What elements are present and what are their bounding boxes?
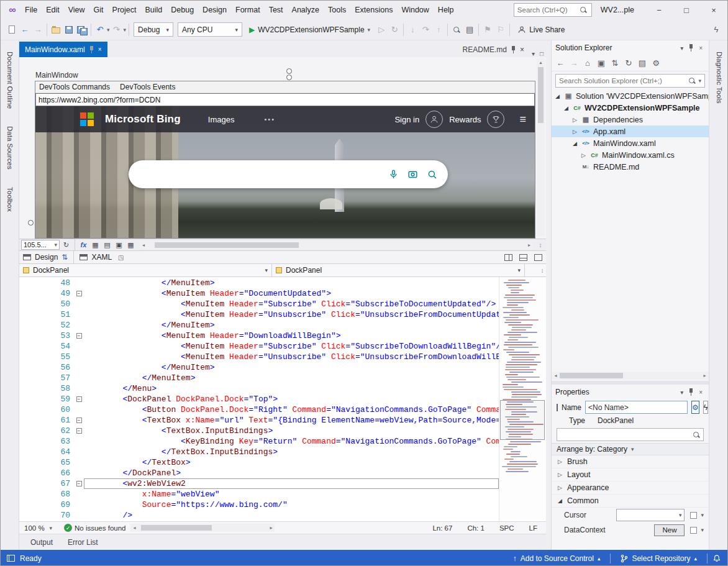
collapsed-arrow-icon[interactable]: ▷ [571,117,578,123]
menu-analyze[interactable]: Analyze [288,4,324,16]
selection-handle-top2[interactable] [286,75,292,80]
quick-search-box[interactable] [514,3,592,17]
step-out-icon[interactable]: ↑ [432,24,445,36]
collapsed-arrow-icon[interactable]: ▷ [571,129,578,135]
minimap-viewport[interactable] [500,400,545,440]
se-back-icon[interactable]: ← [554,57,566,70]
side-tab-document-outline[interactable]: Document Outline [6,45,14,115]
menu-format[interactable]: Format [231,4,265,16]
menu-extensions[interactable]: Extensions [350,4,397,16]
start-without-debugging-icon[interactable]: ▷ [375,24,388,36]
events-lightning-icon[interactable]: ϟ [703,401,708,414]
scrollbar-thumb[interactable] [538,67,544,123]
undo-icon[interactable]: ↶ [94,24,106,36]
close-panel-icon[interactable]: × [696,45,705,52]
close-tab-icon[interactable]: × [98,46,102,53]
solution-explorer-title-bar[interactable]: Solution Explorer ▾ × [552,40,709,55]
properties-wrench-icon[interactable]: ⚙ [650,57,662,70]
solution-search-box[interactable]: ▾ [555,74,705,88]
expanded-arrow-icon[interactable]: ◢ [554,93,561,99]
xaml-designer-surface[interactable]: MainWindow DevTools CommandsDevTools Eve… [19,57,546,239]
breadcrumb-right-dropdown[interactable]: DockPanel ▾ [272,264,525,276]
open-file-icon[interactable] [50,24,62,36]
scrollbar-thumb[interactable] [560,373,623,378]
designer-zoom-adorner[interactable] [28,220,34,226]
navigate-forward-icon[interactable]: → [32,24,44,36]
find-in-files-icon[interactable] [450,24,463,36]
scroll-left-icon[interactable]: ◂ [140,242,147,248]
wrench-icon[interactable]: ⚙ [691,401,699,414]
side-tab-data-sources[interactable]: Data Sources [6,120,14,176]
quick-search-input[interactable] [517,6,580,14]
swap-panes-icon[interactable]: ⇅ [61,253,68,262]
solution-explorer-scrollbar[interactable]: ◂ ▸ [552,372,709,380]
tree-item-app-xaml[interactable]: ▷</>App.xaml [552,126,709,137]
code-line-67[interactable]: 67− <wv2:WebView2 [19,478,499,489]
design-url-textbox[interactable]: https://www2.bing.com/?form=DCDN [35,93,535,106]
menu-design[interactable]: Design [198,4,231,16]
code-line-57[interactable]: 57 </MenuItem> [19,373,499,383]
code-line-70[interactable]: 70 /> [19,510,499,521]
menu-build[interactable]: Build [140,4,166,16]
sign-in-link[interactable]: Sign in [394,115,419,124]
code-line-48[interactable]: 48 </MenuItem> [19,278,499,288]
solution-search-input[interactable] [559,77,686,84]
refresh-icon[interactable]: ↻ [622,57,635,70]
bing-search-box[interactable] [129,160,448,188]
code-line-64[interactable]: 64 </TextBox.InputBindings> [19,447,499,457]
code-line-55[interactable]: 55 <MenuItem Header="Unsubscribe" Click=… [19,352,499,362]
tree-item-solution-wv2cdpextensionwpfsample[interactable]: ◢▣Solution 'WV2CDPExtensionWPFSample' [552,90,709,102]
expanded-arrow-icon[interactable]: ◢ [563,105,570,111]
collapsed-arrow-icon[interactable]: ▷ [580,152,587,158]
scroll-right-icon[interactable]: ▸ [701,373,709,378]
fold-marker-icon[interactable]: − [74,331,84,341]
code-line-65[interactable]: 65 </TextBox> [19,457,499,468]
snap-to-snaplines-icon[interactable]: ▦ [125,240,136,250]
code-line-66[interactable]: 66 </DockPanel> [19,468,499,478]
designer-horizontal-scrollbar[interactable]: ◂ ▸ [140,241,533,249]
tab-readme-md[interactable]: README.md × [458,42,529,57]
fold-marker-icon[interactable]: − [74,394,84,404]
background-tasks-icon[interactable] [7,555,15,562]
start-debugging-button[interactable]: ▶ WV2CDPExtensionWPFSample ▾ [245,22,375,37]
property-marker[interactable] [690,512,697,519]
chevron-down-icon[interactable]: ▾ [698,78,701,84]
tree-item-readme-md[interactable]: M↓README.md [552,161,709,173]
pane-splitter-grip[interactable]: ↕ [537,242,544,249]
editor-zoom-dropdown[interactable]: 100 % ▾ [22,524,61,532]
splitter-handle-icon[interactable]: ↕ [539,267,546,274]
properties-title-bar[interactable]: Properties ▾ × [552,385,709,399]
collapse-pane-icon[interactable] [534,254,542,261]
designer-zoom-dropdown[interactable]: 105.5... ▾ [21,240,60,250]
scroll-up-icon[interactable]: ▴ [537,58,545,66]
property-section-appearance[interactable]: ▷Appearance [552,482,709,495]
rewards-trophy-icon[interactable] [487,111,504,128]
maximize-button[interactable]: □ [673,1,700,19]
menu-edit[interactable]: Edit [42,4,64,16]
navigate-backward-icon[interactable]: ← [19,24,31,36]
property-section-brush[interactable]: ▷Brush [552,455,709,468]
code-line-58[interactable]: 58 </Menu> [19,383,499,394]
popout-xaml-icon[interactable]: ◳ [116,254,126,261]
close-panel-icon[interactable]: × [696,389,705,396]
expanded-arrow-icon[interactable]: ◢ [571,140,578,147]
code-line-56[interactable]: 56 </MenuItem> [19,362,499,373]
property-section-layout[interactable]: ▷Layout [552,468,709,482]
pin-icon[interactable] [89,46,94,53]
pin-icon[interactable] [688,44,694,52]
voice-search-mic-icon[interactable] [388,169,399,180]
design-menu-devtools-events[interactable]: DevTools Events [120,83,175,91]
fold-marker-icon[interactable]: − [74,478,84,489]
feedback-icon[interactable]: ϟ [710,24,722,36]
live-share-button[interactable]: Live Share [512,25,570,34]
search-submit-icon[interactable] [427,169,438,180]
menu-git[interactable]: Git [89,4,108,16]
snap-to-grid-icon[interactable]: ▤ [102,240,112,250]
arrange-by-bar[interactable]: Arrange by: Category ▾ [552,443,709,455]
horizontal-split-icon[interactable] [519,254,527,261]
save-all-icon[interactable] [76,24,88,36]
collapse-all-icon[interactable]: ▤ [636,57,648,70]
code-line-54[interactable]: 54 <MenuItem Header="Subscribe" Click="S… [19,341,499,352]
save-icon[interactable] [63,24,75,36]
design-tab[interactable]: Design [35,253,58,262]
